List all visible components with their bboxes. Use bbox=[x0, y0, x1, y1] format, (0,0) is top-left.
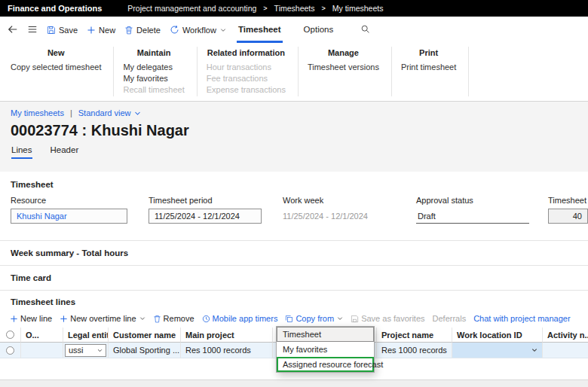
section-header-timesheet-lines[interactable]: Timesheet lines bbox=[0, 290, 588, 309]
chevron-down-icon[interactable] bbox=[531, 347, 537, 353]
workflow-label: Workflow bbox=[182, 26, 216, 35]
column-header-project-name[interactable]: Project name bbox=[377, 328, 452, 343]
column-header-legal-entity[interactable]: Legal entity bbox=[63, 328, 109, 343]
app-title[interactable]: Finance and Operations bbox=[8, 4, 102, 13]
ribbon-group-related-information: Related information Hour transactions Fe… bbox=[198, 47, 299, 96]
tab-timesheet[interactable]: Timesheet bbox=[237, 17, 283, 43]
breadcrumb: Project management and accounting > Time… bbox=[127, 4, 383, 13]
my-favorites-button[interactable]: My favorites bbox=[123, 73, 184, 84]
project-name-cell[interactable]: Res 1000 records bbox=[377, 343, 452, 358]
breadcrumb-item-page[interactable]: My timesheets bbox=[332, 4, 384, 13]
chevron-down-icon[interactable] bbox=[97, 348, 103, 353]
timesheet-total-input[interactable]: 40 bbox=[548, 209, 588, 224]
customer-name-cell[interactable]: Global Sporting ... bbox=[109, 343, 181, 358]
main-project-cell[interactable]: Res 1000 records bbox=[181, 343, 273, 358]
new-line-button[interactable]: New line bbox=[6, 310, 56, 327]
command-bar: Save New Delete Workflow Timesheet Optio… bbox=[0, 17, 588, 43]
mobile-app-timers-button[interactable]: Mobile app timers bbox=[198, 310, 282, 327]
column-header-overtime[interactable]: O... bbox=[21, 328, 63, 343]
menu-item-timesheet[interactable]: Timesheet bbox=[277, 327, 374, 342]
workflow-button[interactable]: Workflow bbox=[165, 17, 231, 43]
activity-number-cell[interactable] bbox=[543, 343, 588, 358]
horizontal-scrollbar[interactable] bbox=[0, 379, 588, 387]
copy-selected-timesheet-button[interactable]: Copy selected timesheet bbox=[11, 62, 101, 73]
copy-from-button[interactable]: Copy from bbox=[281, 310, 347, 327]
copy-from-dropdown-menu: Timesheet My favorites Assigned resource… bbox=[276, 326, 375, 373]
breadcrumb-item-module[interactable]: Project management and accounting bbox=[127, 4, 256, 13]
save-label: Save bbox=[59, 26, 78, 35]
hour-transactions-button: Hour transactions bbox=[207, 62, 286, 73]
my-delegates-button[interactable]: My delegates bbox=[123, 62, 184, 73]
view-selector[interactable]: Standard view bbox=[78, 108, 131, 117]
legal-entity-cell[interactable]: ussi bbox=[63, 343, 109, 358]
fee-transactions-button: Fee transactions bbox=[207, 73, 286, 84]
view-bar-separator: | bbox=[70, 108, 72, 117]
resource-input[interactable]: Khushi Nagar bbox=[11, 209, 127, 224]
tab-header[interactable]: Header bbox=[51, 145, 79, 159]
legal-entity-combobox[interactable]: ussi bbox=[65, 344, 106, 357]
back-button[interactable] bbox=[3, 17, 23, 43]
command-bar-tabs: Timesheet Options bbox=[237, 17, 354, 43]
remove-line-button[interactable]: Remove bbox=[149, 310, 198, 327]
overtime-cell[interactable] bbox=[21, 343, 63, 358]
new-button[interactable]: New bbox=[82, 17, 120, 43]
section-header-time-card[interactable]: Time card bbox=[0, 265, 588, 290]
my-timesheets-link[interactable]: My timesheets bbox=[11, 108, 64, 117]
delete-button[interactable]: Delete bbox=[120, 17, 165, 43]
ribbon-group-title: New bbox=[11, 48, 101, 57]
view-bar: My timesheets | Standard view bbox=[0, 108, 588, 117]
approval-status-value: Draft bbox=[418, 212, 436, 221]
chat-with-project-manager-button[interactable]: Chat with project manager bbox=[470, 310, 574, 327]
work-week-value: 11/25/2024 - 12/1/2024 bbox=[283, 209, 368, 224]
chevron-down-icon bbox=[220, 27, 226, 33]
site-map-button[interactable] bbox=[23, 17, 42, 43]
column-header-main-project[interactable]: Main project bbox=[181, 328, 273, 343]
back-icon bbox=[8, 24, 18, 36]
work-location-id-cell[interactable] bbox=[452, 343, 543, 358]
save-favorites-icon bbox=[351, 315, 359, 323]
select-all-circle-icon bbox=[6, 331, 14, 339]
delete-label: Delete bbox=[136, 26, 161, 35]
row-select-cell[interactable] bbox=[0, 343, 21, 358]
timesheet-versions-button[interactable]: Timesheet versions bbox=[308, 62, 379, 73]
column-header-customer-name[interactable]: Customer name bbox=[109, 328, 181, 343]
section-header-week-summary[interactable]: Week summary - Total hours bbox=[0, 240, 588, 265]
deferrals-label: Deferrals bbox=[433, 314, 467, 323]
approval-status-label: Approval status bbox=[416, 195, 529, 206]
approval-status-field-group: Approval status Draft bbox=[416, 195, 529, 224]
save-button[interactable]: Save bbox=[42, 17, 82, 43]
workflow-icon bbox=[170, 25, 179, 35]
ribbon: New Copy selected timesheet Maintain My … bbox=[0, 43, 588, 102]
column-header-activity-number[interactable]: Activity n... bbox=[543, 328, 588, 343]
column-header-work-location-id[interactable]: Work location ID bbox=[452, 328, 543, 343]
new-overtime-line-button[interactable]: New overtime line bbox=[56, 310, 149, 327]
timesheet-total-field-group: Timesheet t... 40 bbox=[548, 195, 588, 224]
ribbon-group-title: Maintain bbox=[123, 48, 184, 57]
tab-lines[interactable]: Lines bbox=[11, 145, 32, 159]
print-timesheet-button[interactable]: Print timesheet bbox=[401, 62, 456, 73]
new-line-label: New line bbox=[20, 314, 52, 323]
clock-icon bbox=[202, 315, 210, 323]
select-all-header[interactable] bbox=[0, 328, 21, 343]
copy-from-label: Copy from bbox=[296, 314, 334, 323]
timesheet-period-input[interactable]: 11/25/2024 - 12/1/2024 bbox=[149, 209, 262, 224]
chevron-down-icon bbox=[337, 315, 343, 321]
approval-status-field[interactable]: Draft bbox=[416, 209, 529, 224]
chevron-down-icon[interactable] bbox=[134, 110, 141, 117]
plus-icon bbox=[10, 315, 18, 323]
menu-item-my-favorites[interactable]: My favorites bbox=[277, 342, 374, 357]
timesheet-period-label: Timesheet period bbox=[149, 195, 262, 206]
menu-item-assigned-resource-forecast[interactable]: Assigned resource forecast bbox=[277, 357, 374, 372]
copy-icon bbox=[285, 315, 293, 323]
mobile-app-timers-label: Mobile app timers bbox=[213, 314, 278, 323]
timesheet-period-field-group: Timesheet period 11/25/2024 - 12/1/2024 bbox=[149, 195, 262, 224]
search-button[interactable] bbox=[354, 17, 376, 43]
work-week-field-group: Work week 11/25/2024 - 12/1/2024 bbox=[283, 195, 368, 224]
resource-label: Resource bbox=[11, 195, 127, 206]
breadcrumb-item-area[interactable]: Timesheets bbox=[274, 4, 315, 13]
save-as-favorites-button: Save as favorites bbox=[347, 310, 428, 327]
page-header: My timesheets | Standard view 00023774 :… bbox=[0, 102, 588, 172]
tab-options[interactable]: Options bbox=[302, 17, 335, 43]
row-select-circle-icon bbox=[6, 346, 14, 355]
section-header-timesheet[interactable]: Timesheet bbox=[0, 172, 588, 195]
